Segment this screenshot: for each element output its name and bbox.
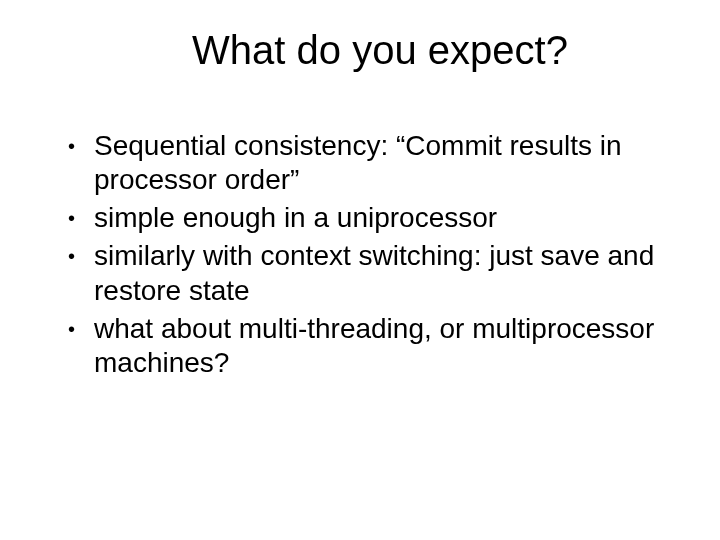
bullet-list: Sequential consistency: “Commit results … bbox=[40, 129, 680, 380]
slide-title: What do you expect? bbox=[40, 28, 680, 73]
list-item: Sequential consistency: “Commit results … bbox=[68, 129, 660, 197]
list-item: simple enough in a uniprocessor bbox=[68, 201, 660, 235]
list-item: what about multi-threading, or multiproc… bbox=[68, 312, 660, 380]
slide: What do you expect? Sequential consisten… bbox=[0, 0, 720, 540]
list-item: similarly with context switching: just s… bbox=[68, 239, 660, 307]
